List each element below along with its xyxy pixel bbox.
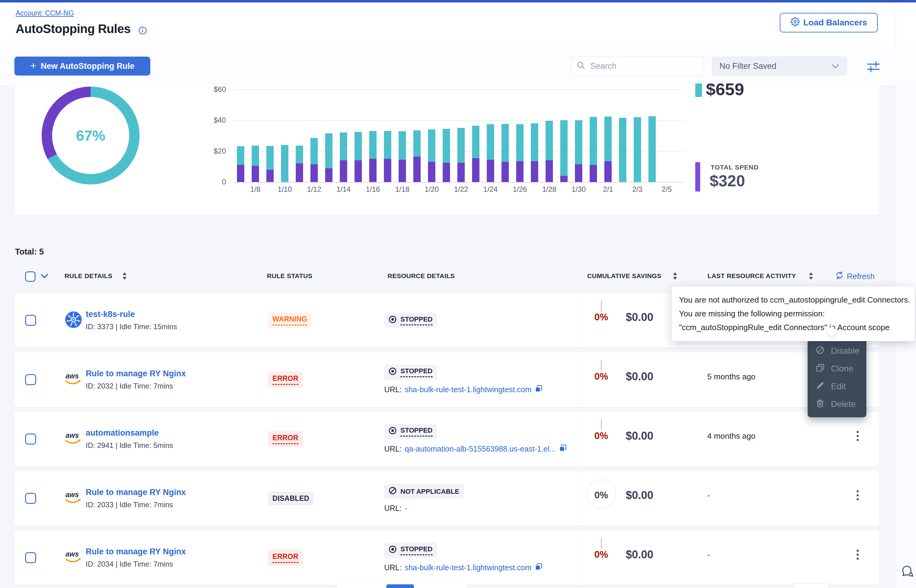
context-menu-item-disable[interactable]: Disable bbox=[808, 342, 866, 360]
resource-url-link[interactable]: qa-automation-alb-515563988.us-east-1.el… bbox=[405, 444, 556, 453]
chat-bubble-icon[interactable] bbox=[900, 564, 914, 580]
col-rule-details[interactable]: RULE DETAILS bbox=[65, 272, 112, 279]
rule-name-link[interactable]: automationsample bbox=[86, 428, 173, 438]
svg-text:aws: aws bbox=[66, 372, 79, 380]
context-menu-item-clone[interactable]: Clone bbox=[808, 360, 866, 378]
saved-filter-dropdown[interactable]: No Filter Saved bbox=[712, 57, 847, 76]
col-cumulative-savings[interactable]: CUMULATIVE SAVINGS bbox=[587, 272, 661, 279]
select-all-checkbox[interactable] bbox=[25, 271, 36, 282]
rule-details-cell: automationsample ID: 2941 | Idle Time: 5… bbox=[86, 428, 173, 450]
rule-name-link[interactable]: test-k8s-rule bbox=[86, 310, 177, 319]
donut-percent-label: 67% bbox=[76, 127, 105, 144]
rule-meta: ID: 2032 | Idle Time: 7mins bbox=[86, 382, 186, 390]
sort-icon[interactable] bbox=[673, 272, 678, 281]
tooltip-line: "ccm_autoStoppingRule_edit Connectors" i… bbox=[679, 321, 908, 334]
plus-icon: + bbox=[30, 60, 36, 71]
resource-details-cell: STOPPED bbox=[384, 313, 437, 328]
rule-name-link[interactable]: Rule to manage RY Nginx bbox=[86, 547, 186, 556]
status-badge: ERROR bbox=[268, 372, 303, 388]
resource-url-link[interactable]: sha-bulk-rule-test-1.lightwingtest.com bbox=[405, 563, 531, 572]
stacked-bar bbox=[634, 117, 641, 182]
chevron-down-icon bbox=[832, 61, 840, 71]
sort-icon[interactable] bbox=[809, 272, 814, 281]
stacked-bar bbox=[472, 126, 479, 182]
resource-url-link[interactable]: - bbox=[405, 504, 407, 513]
stacked-bar bbox=[281, 145, 288, 182]
rule-name-link[interactable]: Rule to manage RY Nginx bbox=[86, 488, 186, 497]
not-applicable-icon bbox=[388, 486, 397, 496]
stacked-bar bbox=[354, 132, 362, 182]
rule-details-cell: test-k8s-rule ID: 3373 | Idle Time: 15mi… bbox=[86, 310, 177, 331]
row-checkbox[interactable] bbox=[25, 433, 36, 444]
stacked-bar bbox=[311, 138, 318, 182]
stacked-bar bbox=[443, 129, 450, 182]
copy-icon[interactable] bbox=[559, 444, 567, 454]
y-axis-label: $40 bbox=[180, 116, 226, 124]
rule-details-cell: Rule to manage RY Nginx ID: 2032 | Idle … bbox=[86, 369, 186, 390]
x-axis-label: 2/5 bbox=[662, 185, 672, 194]
context-menu-item-edit[interactable]: Edit bbox=[808, 378, 866, 395]
summary-chart-card: 67% 0$20$40$60 bbox=[15, 83, 880, 215]
row-actions-kebab[interactable] bbox=[853, 487, 862, 504]
rule-name-link[interactable]: Rule to manage RY Nginx bbox=[86, 369, 186, 378]
gridline bbox=[234, 120, 684, 121]
table-row: aws Rule to manage RY Nginx ID: 2033 | I… bbox=[15, 471, 879, 526]
sort-icon[interactable] bbox=[122, 272, 127, 281]
stacked-bar bbox=[604, 116, 612, 182]
context-menu-item-delete[interactable]: Delete bbox=[808, 395, 866, 413]
rule-status-cell: ERROR bbox=[268, 372, 303, 388]
col-resource-details: RESOURCE DETAILS bbox=[388, 272, 455, 279]
status-badge: DISABLED bbox=[268, 492, 314, 506]
aws-icon: aws bbox=[65, 550, 82, 566]
row-actions-kebab[interactable] bbox=[853, 428, 862, 444]
x-axis-label: 2/3 bbox=[632, 185, 642, 194]
table-header: RULE DETAILS RULE STATUS RESOURCE DETAIL… bbox=[15, 269, 879, 284]
resource-url: URL: sha-bulk-rule-test-1.lightwingtest.… bbox=[384, 562, 543, 573]
stacked-bar bbox=[340, 132, 347, 182]
total-count: Total: 5 bbox=[15, 247, 44, 257]
copy-icon[interactable] bbox=[534, 562, 543, 573]
resource-url: URL: sha-bulk-rule-test-1.lightwingtest.… bbox=[384, 384, 543, 395]
row-checkbox[interactable] bbox=[25, 493, 36, 504]
filter-sliders-icon[interactable] bbox=[866, 60, 880, 75]
breadcrumb-account-link[interactable]: Account: CCM-NG bbox=[16, 9, 74, 18]
stop-icon bbox=[388, 315, 397, 326]
total-savings-value: $659 bbox=[706, 83, 744, 99]
savings-amount: $0.00 bbox=[626, 311, 653, 324]
resource-url: URL: - bbox=[384, 504, 407, 513]
row-actions-kebab[interactable] bbox=[853, 547, 862, 563]
total-savings-legend-bar bbox=[695, 83, 702, 97]
info-icon[interactable] bbox=[138, 26, 147, 36]
savings-zero-tick bbox=[601, 360, 602, 371]
savings-amount: $0.00 bbox=[626, 430, 653, 443]
resource-state-badge: STOPPED bbox=[384, 424, 437, 439]
svg-text:aws: aws bbox=[66, 550, 79, 558]
copy-icon[interactable] bbox=[534, 384, 543, 395]
resource-details-cell: STOPPED URL: sha-bulk-rule-test-1.lightw… bbox=[384, 365, 543, 395]
svg-text:aws: aws bbox=[66, 431, 79, 439]
stacked-bar bbox=[502, 124, 509, 182]
stacked-bar bbox=[590, 117, 597, 182]
pagination-active-page[interactable] bbox=[386, 584, 414, 588]
row-checkbox[interactable] bbox=[25, 552, 36, 563]
stacked-bar bbox=[545, 121, 553, 182]
row-checkbox[interactable] bbox=[25, 374, 36, 385]
load-balancers-button[interactable]: Load Balancers bbox=[780, 13, 878, 32]
y-axis-label: $20 bbox=[180, 147, 226, 155]
x-axis-label: 1/28 bbox=[542, 185, 557, 194]
select-menu-chevron-icon[interactable] bbox=[40, 273, 49, 280]
col-last-resource-activity[interactable]: LAST RESOURCE ACTIVITY bbox=[707, 272, 796, 279]
new-autostopping-rule-button[interactable]: + New AutoStopping Rule bbox=[15, 57, 151, 76]
pagination-size-button[interactable] bbox=[793, 583, 829, 588]
resource-url-link[interactable]: sha-bulk-rule-test-1.lightwingtest.com bbox=[405, 385, 531, 394]
refresh-icon bbox=[835, 271, 844, 282]
rule-status-cell: WARNING bbox=[268, 312, 312, 328]
x-axis-label: 1/16 bbox=[366, 185, 380, 194]
search-input[interactable] bbox=[590, 61, 698, 71]
row-checkbox[interactable] bbox=[25, 315, 36, 326]
stacked-bar bbox=[457, 128, 465, 182]
refresh-button[interactable]: Refresh bbox=[835, 271, 875, 282]
gear-icon bbox=[790, 17, 799, 29]
rule-meta: ID: 2033 | Idle Time: 7mins bbox=[86, 501, 186, 509]
status-badge: ERROR bbox=[268, 550, 303, 566]
